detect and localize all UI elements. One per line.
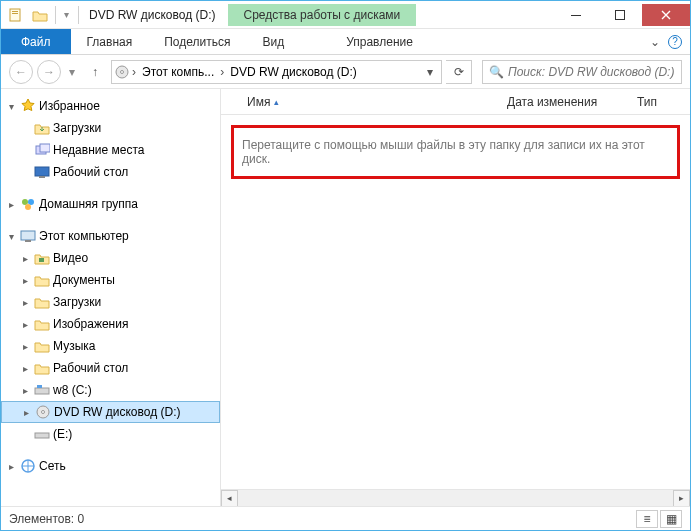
expand-icon[interactable]: ▸: [19, 319, 31, 330]
search-icon: 🔍: [489, 65, 504, 79]
tree-label: w8 (C:): [53, 383, 92, 397]
svg-point-12: [28, 199, 34, 205]
tree-label: Загрузки: [53, 121, 101, 135]
navigation-bar: ← → ▾ ↑ › Этот компь... › DVD RW дисково…: [1, 55, 690, 89]
recent-icon: [33, 142, 51, 158]
tree-label: Изображения: [53, 317, 128, 331]
column-date[interactable]: Дата изменения: [499, 95, 629, 109]
tab-home[interactable]: Главная: [71, 29, 149, 54]
new-folder-icon[interactable]: [29, 4, 51, 26]
expand-icon[interactable]: ▸: [19, 341, 31, 352]
svg-rect-16: [39, 258, 44, 262]
help-icon[interactable]: ?: [668, 35, 682, 49]
tree-item-music[interactable]: ▸Музыка: [1, 335, 220, 357]
window-title: DVD RW дисковод (D:): [81, 8, 224, 22]
tree-network[interactable]: ▸Сеть: [1, 455, 220, 477]
tree-label: Рабочий стол: [53, 165, 128, 179]
tree-item-recent[interactable]: Недавние места: [1, 139, 220, 161]
collapse-icon[interactable]: ▾: [5, 101, 17, 112]
tab-manage[interactable]: Управление: [330, 29, 429, 54]
tree-label: Рабочий стол: [53, 361, 128, 375]
scroll-right-icon[interactable]: ▸: [673, 490, 690, 507]
back-button[interactable]: ←: [9, 60, 33, 84]
homegroup-icon: [19, 196, 37, 212]
tab-share[interactable]: Поделиться: [148, 29, 246, 54]
svg-rect-8: [40, 144, 50, 152]
ribbon-controls: ⌄ ?: [650, 29, 690, 54]
expand-icon[interactable]: ▸: [5, 199, 17, 210]
svg-rect-1: [12, 11, 18, 12]
expand-icon[interactable]: ▸: [19, 275, 31, 286]
expand-icon[interactable]: ▸: [20, 407, 32, 418]
svg-rect-0: [10, 9, 20, 21]
column-name[interactable]: Имя▴: [239, 95, 499, 109]
expand-ribbon-icon[interactable]: ⌄: [650, 35, 660, 49]
folder-icon: [33, 294, 51, 310]
history-dropdown[interactable]: ▾: [65, 60, 79, 84]
icons-view-button[interactable]: ▦: [660, 510, 682, 528]
content-area: ▾ Избранное Загрузки Недавние места Рабо…: [1, 89, 690, 506]
qat-dropdown-icon[interactable]: ▾: [60, 4, 72, 26]
tree-item-desktop[interactable]: Рабочий стол: [1, 161, 220, 183]
breadcrumb-segment[interactable]: DVD RW дисковод (D:): [226, 65, 361, 79]
scroll-left-icon[interactable]: ◂: [221, 490, 238, 507]
collapse-icon[interactable]: ▾: [5, 231, 17, 242]
address-dropdown-icon[interactable]: ▾: [421, 65, 439, 79]
tree-computer[interactable]: ▾Этот компьютер: [1, 225, 220, 247]
expand-icon[interactable]: ▸: [5, 461, 17, 472]
svg-rect-15: [25, 240, 31, 242]
tree-favorites[interactable]: ▾ Избранное: [1, 95, 220, 117]
minimize-button[interactable]: [554, 4, 598, 26]
column-type[interactable]: Тип: [629, 95, 665, 109]
svg-rect-14: [21, 231, 35, 240]
tree-label: Музыка: [53, 339, 95, 353]
refresh-button[interactable]: ⟳: [446, 60, 472, 84]
contextual-tab-header[interactable]: Средства работы с дисками: [228, 4, 417, 26]
empty-area[interactable]: [221, 179, 690, 489]
tree-label: DVD RW дисковод (D:): [54, 405, 181, 419]
chevron-right-icon[interactable]: ›: [130, 65, 138, 79]
properties-icon[interactable]: [5, 4, 27, 26]
expand-icon[interactable]: ▸: [19, 253, 31, 264]
details-view-button[interactable]: ≡: [636, 510, 658, 528]
tree-label: Недавние места: [53, 143, 144, 157]
tree-item-desktop2[interactable]: ▸Рабочий стол: [1, 357, 220, 379]
svg-point-6: [121, 70, 124, 73]
breadcrumb-segment[interactable]: Этот компь...: [138, 65, 218, 79]
tab-file[interactable]: Файл: [1, 29, 71, 54]
tree-item-downloads2[interactable]: ▸Загрузки: [1, 291, 220, 313]
tree-item-drive-c[interactable]: ▸w8 (C:): [1, 379, 220, 401]
address-bar[interactable]: › Этот компь... › DVD RW дисковод (D:) ▾: [111, 60, 442, 84]
tree-item-videos[interactable]: ▸Видео: [1, 247, 220, 269]
tree-label: Видео: [53, 251, 88, 265]
computer-icon: [19, 228, 37, 244]
search-input[interactable]: [508, 65, 675, 79]
drive-icon: [33, 426, 51, 442]
svg-rect-10: [39, 176, 45, 178]
forward-button[interactable]: →: [37, 60, 61, 84]
expand-icon[interactable]: ▸: [19, 385, 31, 396]
tab-view[interactable]: Вид: [246, 29, 300, 54]
maximize-button[interactable]: [598, 4, 642, 26]
expand-icon[interactable]: ▸: [19, 297, 31, 308]
sort-asc-icon: ▴: [274, 97, 279, 107]
tree-homegroup[interactable]: ▸Домашняя группа: [1, 193, 220, 215]
separator: [78, 6, 79, 24]
tree-item-pictures[interactable]: ▸Изображения: [1, 313, 220, 335]
svg-rect-18: [37, 385, 42, 388]
status-bar: Элементов: 0 ≡ ▦: [1, 506, 690, 530]
quick-access-toolbar: ▾: [1, 4, 76, 26]
chevron-right-icon[interactable]: ›: [218, 65, 226, 79]
up-button[interactable]: ↑: [83, 60, 107, 84]
horizontal-scrollbar[interactable]: ◂ ▸: [221, 489, 690, 506]
search-box[interactable]: 🔍: [482, 60, 682, 84]
svg-rect-21: [35, 433, 49, 438]
tree-item-documents[interactable]: ▸Документы: [1, 269, 220, 291]
tree-item-dvd[interactable]: ▸DVD RW дисковод (D:): [1, 401, 220, 423]
close-button[interactable]: [642, 4, 690, 26]
tree-item-downloads[interactable]: Загрузки: [1, 117, 220, 139]
svg-point-13: [25, 204, 31, 210]
tree-item-drive-e[interactable]: (E:): [1, 423, 220, 445]
expand-icon[interactable]: ▸: [19, 363, 31, 374]
folder-icon: [33, 338, 51, 354]
